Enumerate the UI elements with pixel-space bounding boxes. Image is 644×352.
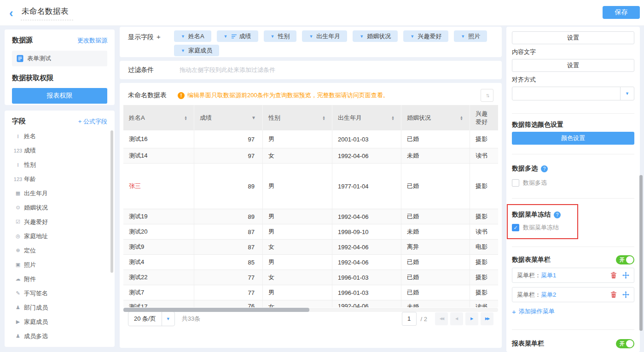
- field-list-item[interactable]: ▣ 照片: [12, 258, 110, 272]
- field-list-item[interactable]: ⊕ 定位: [12, 243, 110, 258]
- display-field-chip[interactable]: ▼ 照片: [454, 30, 487, 42]
- display-field-chip[interactable]: ▼ 性别: [264, 30, 297, 42]
- display-field-chip[interactable]: ▼ 姓名A: [174, 30, 211, 42]
- total-count: 共33条: [182, 315, 402, 323]
- table-column-header[interactable]: 性别 ▲▼ ▼: [263, 105, 332, 130]
- display-field-chip[interactable]: ▼ 兴趣爱好: [403, 30, 448, 42]
- divider: [512, 246, 634, 247]
- table-column-header[interactable]: 出生年月 ▲▼ ▼: [332, 105, 401, 130]
- field-list-item[interactable]: ♟ 部门成员: [12, 300, 110, 315]
- table-row: 测试17 76 女 1992-04-06 未婚 读书: [123, 300, 498, 307]
- field-list-item[interactable]: ☑ 兴趣爱好: [12, 215, 110, 229]
- menu-bar-item[interactable]: 菜单栏： 菜单1: [512, 268, 634, 283]
- settings-button-1[interactable]: 设置: [512, 31, 634, 44]
- help-icon[interactable]: ?: [554, 211, 561, 218]
- display-field-chip[interactable]: ▼ 婚姻状况: [353, 30, 398, 42]
- add-action-menu-link[interactable]: + 添加操作菜单: [512, 307, 634, 316]
- field-label: 手写签名: [24, 289, 48, 298]
- table-column-header[interactable]: 婚姻状况 ▲▼ ▼: [401, 105, 470, 130]
- cell-gender: 男: [263, 164, 332, 209]
- report-permission-button[interactable]: 报表权限: [12, 88, 107, 104]
- display-field-chip[interactable]: ▼ 出生年月: [302, 30, 347, 42]
- page-title[interactable]: 未命名数据表: [21, 5, 73, 20]
- cell-score: 76: [194, 300, 263, 307]
- sort-both-icon[interactable]: ▲▼: [184, 116, 187, 120]
- menu-freeze-checkbox-label: 数据菜单冻结: [523, 223, 559, 232]
- align-select[interactable]: ▼: [512, 87, 634, 100]
- page-size-select[interactable]: 20 条/页 ▼: [128, 311, 175, 326]
- table-menu-toggle[interactable]: 开: [616, 255, 634, 264]
- settings-button-2[interactable]: 设置: [512, 59, 634, 72]
- last-page-button[interactable]: ▶▶: [481, 312, 493, 325]
- table-column-header[interactable]: 成绩 ▲▼ ▼: [194, 105, 263, 130]
- menu-name-link[interactable]: 菜单1: [541, 271, 605, 280]
- menu-bar-item[interactable]: 菜单栏： 菜单2: [512, 287, 634, 302]
- field-list-item[interactable]: 123 年龄: [12, 172, 110, 186]
- menu-name-link[interactable]: 菜单2: [541, 291, 605, 299]
- field-list-item[interactable]: ☁ 附件: [12, 272, 110, 286]
- cell-hobby: 摄影: [470, 255, 498, 270]
- page-scrollbar-thumb[interactable]: [639, 175, 643, 331]
- field-list-item[interactable]: I 姓名: [12, 129, 110, 143]
- cell-hobby: 摄影: [470, 130, 498, 148]
- sort-order-button[interactable]: ↑↓: [481, 89, 493, 102]
- field-list-item[interactable]: ✎ 手写签名: [12, 286, 110, 300]
- add-display-field-icon[interactable]: +: [157, 33, 161, 41]
- help-icon[interactable]: ?: [541, 165, 548, 172]
- save-button[interactable]: 保存: [603, 6, 640, 19]
- delete-icon[interactable]: [610, 291, 617, 298]
- field-list-scrollbar[interactable]: [110, 130, 113, 273]
- sort-both-icon[interactable]: ▲▼: [391, 116, 395, 120]
- permission-title: 数据获取权限: [12, 74, 107, 82]
- preview-warning: ! 编辑界面只取数据源前200条作为查询数据预览，完整数据请访问页面查看。: [178, 91, 481, 100]
- field-list-item[interactable]: ▦ 出生年月: [12, 186, 110, 200]
- delete-icon[interactable]: [610, 272, 617, 279]
- multi-select-checkbox[interactable]: [512, 179, 519, 187]
- table-horizontal-scrollbar: [123, 308, 498, 312]
- table-row: 测试14 97 女 1992-04-06 未婚 读书: [123, 148, 498, 164]
- cell-marital: 离异: [401, 240, 470, 254]
- table-horizontal-scrollbar-thumb[interactable]: [123, 308, 309, 312]
- filter-color-title: 数据筛选颜色设置: [512, 121, 634, 129]
- change-datasource-link[interactable]: 更改数据源: [77, 36, 107, 45]
- datasource-item[interactable]: 表单测试: [12, 51, 107, 66]
- field-list-item[interactable]: I 性别: [12, 158, 110, 172]
- color-settings-button[interactable]: 颜色设置: [512, 132, 634, 145]
- cell-name: 测试19: [123, 209, 194, 224]
- prev-page-button[interactable]: ◀: [450, 312, 463, 325]
- field-list-item[interactable]: 123 成绩: [12, 143, 110, 158]
- menu-list: 菜单栏： 菜单1 菜单栏： 菜单2: [512, 268, 634, 302]
- field-list-item[interactable]: ◎ 家庭地址: [12, 229, 110, 243]
- cell-hobby: 摄影: [470, 285, 498, 300]
- table-row: 测试7 77 男 1996-01-03 已婚 摄影: [123, 285, 498, 300]
- move-icon[interactable]: [622, 272, 629, 279]
- next-page-button[interactable]: ▶: [465, 312, 478, 325]
- move-icon[interactable]: [622, 291, 629, 298]
- sort-both-icon[interactable]: ▲▼: [460, 116, 463, 120]
- cell-hobby: 摄影: [470, 270, 498, 285]
- filter-dropzone-placeholder[interactable]: 拖动左侧字段到此处来添加过滤条件: [180, 66, 275, 74]
- display-field-chip[interactable]: ▼ 成绩: [217, 30, 258, 42]
- report-menu-toggle[interactable]: 开: [616, 339, 634, 348]
- back-icon[interactable]: ‹: [9, 8, 13, 18]
- table-column-header[interactable]: 兴趣爱好 ▲▼ ▼: [470, 105, 498, 130]
- add-formula-field-link[interactable]: + 公式字段: [78, 117, 107, 126]
- display-field-chip[interactable]: ▼ 家庭成员: [174, 45, 219, 56]
- field-label: 定位: [24, 246, 36, 255]
- table-column-header[interactable]: 姓名A ▲▼ ▼: [123, 105, 194, 130]
- field-list-item[interactable]: ⊙ 婚姻状况: [12, 200, 110, 215]
- cell-birth: 1992-04-06: [332, 148, 401, 163]
- sort-desc-icon[interactable]: ▼: [251, 115, 256, 120]
- menu-freeze-checkbox[interactable]: ✓: [512, 224, 519, 231]
- menu-freeze-checkbox-row: ✓ 数据菜单冻结: [512, 223, 634, 232]
- field-list-item[interactable]: ▶ 家庭成员: [12, 315, 110, 329]
- cell-name: 测试4: [123, 255, 194, 270]
- chip-label: 成绩: [239, 32, 251, 41]
- first-page-button[interactable]: ◀◀: [435, 312, 448, 325]
- cell-marital: 未婚: [401, 148, 470, 163]
- page-number-input[interactable]: 1: [402, 312, 417, 326]
- cell-name: 测试20: [123, 224, 194, 239]
- sort-both-icon[interactable]: ▲▼: [322, 116, 325, 120]
- field-list-item[interactable]: ♟ 成员多选: [12, 329, 110, 343]
- cell-gender: 男: [263, 224, 332, 239]
